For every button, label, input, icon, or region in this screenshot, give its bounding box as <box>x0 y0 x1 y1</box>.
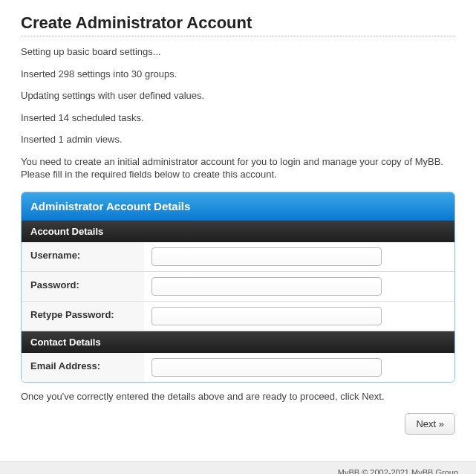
field-row-retype-password: Retype Password: <box>22 302 454 331</box>
next-button[interactable]: Next » <box>405 413 455 435</box>
admin-account-form: Administrator Account Details Account De… <box>21 192 455 383</box>
field-row-email: Email Address: <box>22 353 454 382</box>
status-line-admin-views: Inserted 1 admin views. <box>21 133 455 146</box>
email-label: Email Address: <box>22 353 144 382</box>
proceed-instruction: Once you've correctly entered the detail… <box>21 390 455 403</box>
retype-password-input[interactable] <box>151 307 382 325</box>
section-account-details: Account Details <box>22 221 454 242</box>
password-input[interactable] <box>151 277 382 296</box>
section-contact-details: Contact Details <box>22 331 454 353</box>
email-input[interactable] <box>151 358 382 377</box>
create-account-intro: You need to create an initial administra… <box>21 155 455 181</box>
password-label: Password: <box>22 272 144 301</box>
field-row-password: Password: <box>22 272 454 302</box>
status-line-inserted-settings: Inserted 298 settings into 30 groups. <box>21 68 455 81</box>
status-line-scheduled-tasks: Inserted 14 scheduled tasks. <box>21 111 455 125</box>
form-title: Administrator Account Details <box>22 192 454 221</box>
footer-copyright: MyBB © 2002-2021 MyBB Group <box>0 461 476 474</box>
page-title: Create Administrator Account <box>21 13 455 36</box>
status-line-update-user-values: Updating settings with user defined valu… <box>21 89 455 103</box>
field-row-username: Username: <box>22 242 454 272</box>
status-line-settings: Setting up basic board settings... <box>21 45 455 59</box>
username-input[interactable] <box>151 247 382 266</box>
username-label: Username: <box>22 242 144 271</box>
retype-password-label: Retype Password: <box>22 302 144 331</box>
